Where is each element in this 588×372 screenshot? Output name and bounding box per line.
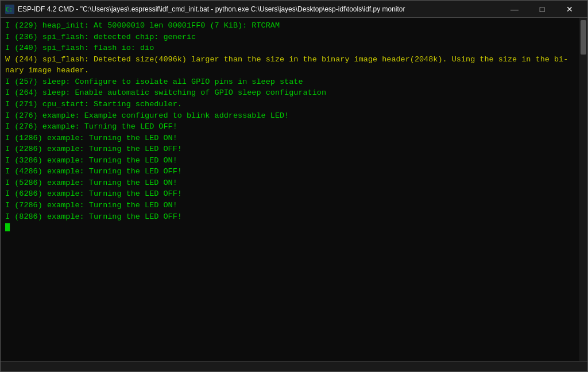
- title-bar: C: ESP-IDF 4.2 CMD - "C:\Users\jayes\.es…: [1, 1, 587, 18]
- maximize-button[interactable]: □: [529, 1, 555, 18]
- main-window: C: ESP-IDF 4.2 CMD - "C:\Users\jayes\.es…: [0, 0, 588, 372]
- terminal-icon: C:: [5, 5, 14, 14]
- svg-text:C:: C:: [6, 6, 13, 13]
- window-title: ESP-IDF 4.2 CMD - "C:\Users\jayes\.espre…: [18, 5, 405, 13]
- terminal-body[interactable]: I (229) heap_init: At 50000010 len 00001…: [1, 18, 587, 361]
- scrollbar[interactable]: [579, 18, 587, 361]
- close-button[interactable]: ✕: [556, 1, 583, 18]
- title-bar-left: C: ESP-IDF 4.2 CMD - "C:\Users\jayes\.es…: [5, 5, 405, 14]
- bottom-bar: [1, 361, 587, 371]
- window-controls: — □ ✕: [501, 1, 583, 18]
- scrollbar-thumb[interactable]: [581, 20, 586, 55]
- terminal-output: I (229) heap_init: At 50000010 len 00001…: [5, 20, 583, 234]
- minimize-button[interactable]: —: [501, 1, 528, 18]
